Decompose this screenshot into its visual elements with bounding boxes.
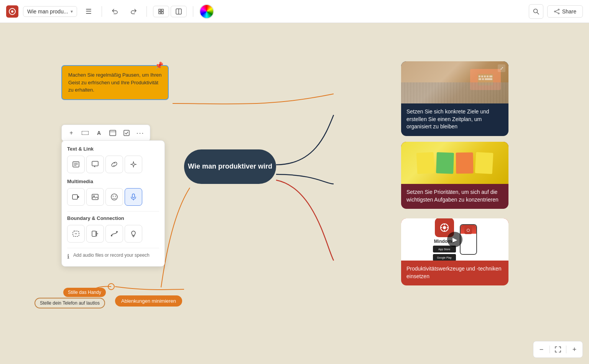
zoom-divider-2 [566,346,566,353]
right-node-goals[interactable]: ⤢ Setzen Sie sich konkrete Ziele und ers… [401,61,508,136]
image-button[interactable] [86,188,104,206]
node-image-sticky [401,142,508,184]
svg-rect-26 [72,195,77,199]
zoom-controls: − + [533,341,583,358]
boundary-section-title: Boundary & Connection [67,215,159,221]
redo-button[interactable] [127,5,140,18]
svg-point-54 [443,226,446,229]
frame-controls [153,6,187,17]
share-button[interactable]: Share [547,5,583,18]
fit-screen-button[interactable] [551,343,564,356]
node-image-mindomo: Mindomo App Store Google Play ▶ [401,218,508,261]
frame-button[interactable] [153,6,169,17]
separator-button[interactable] [86,225,104,243]
googleplay-badge: Google Play [433,254,456,261]
play-button-overlay[interactable]: ▶ [447,232,462,247]
svg-rect-37 [92,231,96,236]
svg-rect-24 [92,161,98,166]
video-button[interactable] [67,188,85,206]
stille-label: Stille das Handy [68,290,101,295]
sticky-note[interactable]: 📌 Machen Sie regelmäßig Pausen, um Ihren… [61,65,169,100]
text-note-button[interactable] [67,156,85,173]
text-link-icons [67,156,159,173]
search-button[interactable] [529,4,543,19]
comment-button[interactable] [86,156,104,173]
node-tools-text: Produktivitätswerkzeuge und -techniken e… [401,261,508,285]
svg-rect-33 [132,194,135,198]
stille-node[interactable]: Stille das Handy [63,288,106,297]
svg-rect-19 [124,130,129,136]
svg-rect-5 [161,12,163,14]
audio-button[interactable] [125,188,142,206]
svg-marker-27 [77,195,79,198]
boundary-icons [67,225,159,243]
svg-rect-48 [487,75,489,77]
connector-button[interactable] [105,225,123,243]
text-button[interactable]: A [92,126,105,139]
sticky-image [401,142,508,184]
svg-point-41 [116,231,118,233]
info-icon: ℹ [67,253,69,261]
svg-rect-46 [481,75,483,77]
svg-point-30 [111,194,117,200]
svg-rect-17 [110,130,116,136]
topbar-right: Share [529,4,583,19]
svg-point-12 [558,13,559,14]
topbar: Wie man produ... ▾ ☰ Share [0,0,589,23]
card-button[interactable] [106,126,119,139]
dropdown-divider-2 [67,248,159,248]
app-logo [6,5,18,18]
topbar-divider-3 [193,6,193,17]
svg-point-10 [558,9,559,10]
ablenkungen-node[interactable]: Ablenkungen minimieren [115,295,182,307]
title-dropdown-icon: ▾ [71,9,73,14]
node-toolbar: + A ··· [61,125,150,141]
keyboard-image [401,61,508,103]
svg-line-9 [537,12,539,14]
central-node-text: Wie man produktiver wird [188,162,272,171]
svg-point-31 [113,196,114,197]
topbar-divider-2 [146,6,147,17]
shape-button[interactable] [79,126,92,139]
hamburger-button[interactable]: ☰ [82,5,95,18]
central-node[interactable]: Wie man produktiver wird [184,149,276,184]
checkbox-button[interactable] [120,126,133,139]
text-link-section-title: Text & Link [67,146,159,152]
external-link-icon[interactable]: ⤢ [498,64,505,72]
sticky-note-text: Machen Sie regelmäßig Pausen, um Ihren G… [68,72,162,93]
idea-button[interactable] [125,225,142,243]
undo-button[interactable] [108,5,122,18]
svg-rect-51 [482,78,484,80]
ai-button[interactable] [125,156,142,173]
telefon-node[interactable]: Stelle dein Telefon auf lautlos [35,298,105,308]
svg-rect-52 [485,78,492,80]
svg-point-11 [554,11,555,12]
emoji-button[interactable] [105,188,123,206]
svg-rect-2 [159,9,161,11]
right-node-tools[interactable]: Mindomo App Store Google Play ▶ [401,218,508,285]
svg-point-32 [115,196,116,197]
color-wheel-button[interactable] [199,4,214,19]
audio-info: ℹ Add audio files or record your speech [67,252,159,261]
zoom-in-button[interactable]: + [568,343,581,356]
more-options-button[interactable]: ··· [134,126,147,139]
svg-point-40 [111,235,112,236]
canvas[interactable]: 📌 Machen Sie regelmäßig Pausen, um Ihren… [0,23,589,364]
multiframe-button[interactable] [171,6,187,17]
link-button[interactable] [105,156,123,173]
svg-rect-4 [159,12,161,14]
node-goals-text: Setzen Sie sich konkrete Ziele und erste… [401,103,508,136]
svg-line-14 [555,11,558,13]
zoom-out-button[interactable]: − [535,343,548,356]
ablenkungen-label: Ablenkungen minimieren [121,298,176,304]
svg-rect-47 [484,75,486,77]
svg-line-13 [555,10,558,11]
right-node-priorities[interactable]: Setzen Sie Prioritäten, um sich auf die … [401,142,508,209]
sticky-pin-icon: 📌 [155,61,163,71]
multimedia-section-title: Multimedia [67,179,159,184]
svg-rect-49 [489,75,492,77]
document-title[interactable]: Wie man produ... ▾ [23,6,77,17]
boundary-button[interactable] [67,225,85,243]
add-element-button[interactable]: + [65,126,78,139]
store-badges: App Store Google Play [433,246,456,261]
